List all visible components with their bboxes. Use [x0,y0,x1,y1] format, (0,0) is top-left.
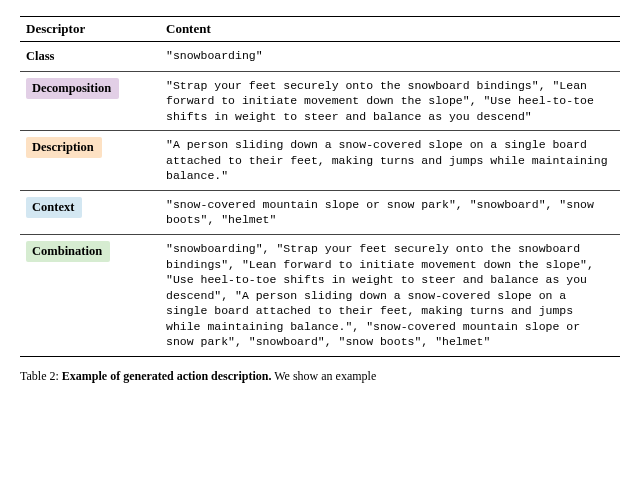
swatch-decomposition: Decomposition [26,78,119,99]
header-descriptor: Descriptor [20,17,160,42]
descriptor-combination: Combination [20,235,160,357]
content-description: "A person sliding down a snow-covered sl… [160,131,620,191]
table-caption: Table 2: Example of generated action des… [20,369,620,384]
content-combination: "snowboarding", "Strap your feet securel… [160,235,620,357]
caption-tail: We show an example [271,369,376,383]
descriptor-context: Context [20,190,160,234]
table-row: Class "snowboarding" [20,42,620,72]
table-row: Combination "snowboarding", "Strap your … [20,235,620,357]
table-row: Decomposition "Strap your feet securely … [20,71,620,131]
header-content: Content [160,17,620,42]
descriptor-decomposition: Decomposition [20,71,160,131]
swatch-combination: Combination [26,241,110,262]
content-decomposition: "Strap your feet securely onto the snowb… [160,71,620,131]
table-header-row: Descriptor Content [20,17,620,42]
swatch-context: Context [26,197,82,218]
descriptor-description: Description [20,131,160,191]
content-class: "snowboarding" [160,42,620,72]
descriptor-class: Class [20,42,160,72]
swatch-description: Description [26,137,102,158]
table-row: Context "snow-covered mountain slope or … [20,190,620,234]
descriptor-table: Descriptor Content Class "snowboarding" … [20,16,620,357]
caption-label: Table 2: [20,369,59,383]
table-row: Description "A person sliding down a sno… [20,131,620,191]
caption-title: Example of generated action description. [62,369,272,383]
content-context: "snow-covered mountain slope or snow par… [160,190,620,234]
